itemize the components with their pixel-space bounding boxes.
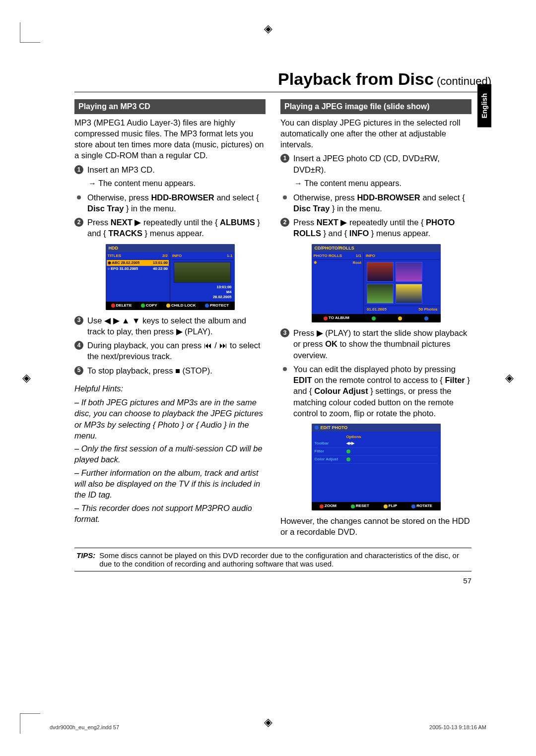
left-column: Playing an MP3 CD MP3 (MPEG1 Audio Layer… <box>74 99 266 541</box>
mp3-step-4-text: During playback, you can press ⏮ / ⏭ to … <box>87 340 266 362</box>
ss1-header: HDD <box>106 244 235 252</box>
jpeg-step-1-sub: → The content menu appears. <box>294 178 471 189</box>
page: ◈ ◈ ◈ ◈ Playback from Disc (continued) E… <box>0 0 536 756</box>
jpeg-step-1-text: Insert a JPEG photo CD (CD, DVD±RW, DVD±… <box>293 153 471 175</box>
photo-rolls-screenshot: CD/PHOTO/ROLLS PHOTO ROLLS1/1 ✹ Root INF… <box>312 244 441 323</box>
bullet-dot-icon <box>283 195 287 199</box>
bullet-1-icon: 1 <box>74 165 83 174</box>
jpeg-step-3-text: Press ▶ (PLAY) to start the slide show p… <box>293 327 471 361</box>
mp3-bullet-a-text: Otherwise, press HDD-BROWSER and select … <box>87 192 266 214</box>
section-header-jpeg: Playing a JPEG image file (slide show) <box>280 99 471 114</box>
mp3-step-3-text: Use ◀ ▶ ▲ ▼ keys to select the album and… <box>87 315 266 337</box>
crop-mark-bl <box>20 713 40 734</box>
jpeg-bullet-a-text: Otherwise, press HDD-BROWSER and select … <box>293 192 471 214</box>
jpeg-bullet-b: You can edit the displayed photo by pres… <box>280 364 471 419</box>
mp3-step-5: 5 To stop playback, press ■ (STOP). <box>74 365 266 376</box>
jpeg-step-2-text: Press NEXT ▶ repeatedly until the { PHOT… <box>293 217 471 239</box>
mp3-bullet-a: Otherwise, press HDD-BROWSER and select … <box>74 192 266 214</box>
jpeg-bullet-b-text: You can edit the displayed photo by pres… <box>293 364 471 419</box>
jpeg-outro: However, the changes cannot be stored on… <box>280 515 471 538</box>
jpeg-step-3: 3 Press ▶ (PLAY) to start the slide show… <box>280 327 471 361</box>
tips-box: TIPS: Some discs cannot be played on thi… <box>74 548 471 571</box>
crop-mark-tl <box>20 22 40 43</box>
page-title: Playback from Disc (continued) <box>74 69 491 92</box>
mp3-step-4: 4 During playback, you can press ⏮ / ⏭ t… <box>74 340 266 362</box>
mp3-step-1-text: Insert an MP3 CD. <box>87 164 155 175</box>
thumbnail-icon <box>367 284 394 304</box>
bullet-3-icon: 3 <box>280 328 289 337</box>
mp3-step-1: 1 Insert an MP3 CD. <box>74 164 266 175</box>
footer-filename: dvdr9000h_eu_eng2.indd 57 <box>50 724 119 730</box>
thumbnail-icon <box>174 262 231 283</box>
bullet-2-icon: 2 <box>280 218 289 227</box>
mp3-step-5-text: To stop playback, press ■ (STOP). <box>87 365 212 376</box>
mp3-step-2-text: Press NEXT ▶ repeatedly until the { ALBU… <box>87 217 266 239</box>
mp3-step-2: 2 Press NEXT ▶ repeatedly until the { AL… <box>74 217 266 239</box>
thumbnail-icon <box>367 262 394 282</box>
hints-block: – If both JPEG pictures and MP3s are in … <box>74 397 266 524</box>
bullet-3-icon: 3 <box>74 316 83 325</box>
title-main: Playback from Disc <box>278 69 434 88</box>
jpeg-intro: You can display JPEG pictures in the sel… <box>280 117 471 150</box>
bullet-4-icon: 4 <box>74 341 83 350</box>
section-header-mp3: Playing an MP3 CD <box>74 99 266 114</box>
jpeg-step-1: 1 Insert a JPEG photo CD (CD, DVD±RW, DV… <box>280 153 471 175</box>
bullet-dot-icon <box>283 367 287 371</box>
register-mark-right: ◈ <box>505 372 514 384</box>
hint-1: – If both JPEG pictures and MP3s are in … <box>74 397 266 441</box>
edit-photo-screenshot: EDIT PHOTO Options Toolbar◀●▶ Filter Col… <box>312 424 441 510</box>
hint-4: – This recorder does not support MP3PRO … <box>74 503 266 525</box>
hint-3: – Further information on the album, trac… <box>74 467 266 501</box>
jpeg-step-2: 2 Press NEXT ▶ repeatedly until the { PH… <box>280 217 471 239</box>
register-mark-top: ◈ <box>264 22 272 35</box>
thumbnail-icon <box>396 262 422 282</box>
bullet-dot-icon <box>77 195 81 199</box>
bullet-5-icon: 5 <box>74 366 83 375</box>
footer-line: dvdr9000h_eu_eng2.indd 57 2005-10-13 9:1… <box>50 724 486 730</box>
language-tab: English <box>477 84 491 127</box>
jpeg-bullet-a: Otherwise, press HDD-BROWSER and select … <box>280 192 471 214</box>
right-column: Playing a JPEG image file (slide show) Y… <box>280 99 471 541</box>
ss2-header: CD/PHOTO/ROLLS <box>312 244 441 252</box>
thumbnail-icon <box>396 284 422 304</box>
mp3-step-1-sub: → The content menu appears. <box>88 178 266 189</box>
hints-title: Helpful Hints: <box>74 383 266 394</box>
tips-text: Some discs cannot be played on this DVD … <box>99 551 469 568</box>
register-mark-left: ◈ <box>22 372 31 384</box>
bullet-1-icon: 1 <box>280 154 289 163</box>
page-number: 57 <box>45 576 471 585</box>
hint-2: – Only the first session of a multi-sess… <box>74 443 266 465</box>
content-columns: Playing an MP3 CD MP3 (MPEG1 Audio Layer… <box>74 99 471 541</box>
footer-timestamp: 2005-10-13 9:18:16 AM <box>429 724 486 730</box>
bullet-2-icon: 2 <box>74 218 83 227</box>
hdd-browser-screenshot: HDD TITLES2/2 ◉ ABC 28.02.200513:01:00 ○… <box>106 244 235 310</box>
mp3-intro: MP3 (MPEG1 Audio Layer-3) files are high… <box>74 117 266 161</box>
mp3-step-3: 3 Use ◀ ▶ ▲ ▼ keys to select the album a… <box>74 315 266 337</box>
tips-label: TIPS: <box>76 551 95 568</box>
